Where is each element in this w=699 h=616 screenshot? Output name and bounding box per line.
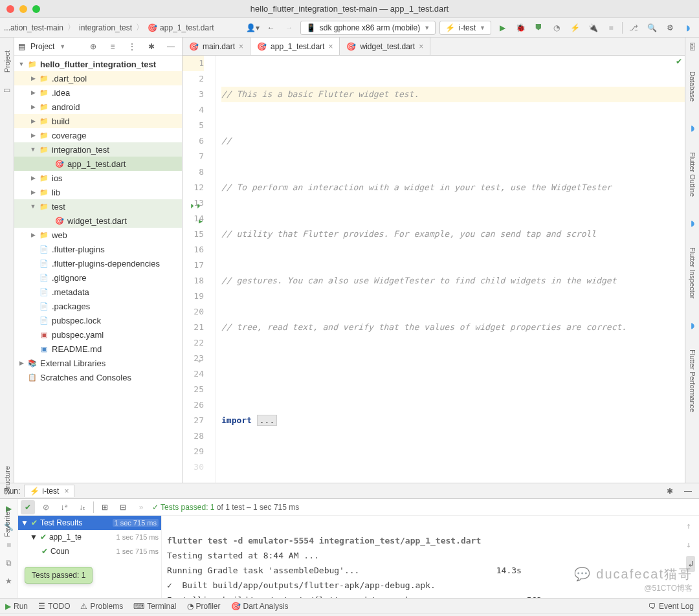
run-tab[interactable]: ⚡i-test×: [24, 485, 74, 497]
tree-folder-integration-test[interactable]: ▼📁integration_test: [14, 142, 182, 157]
project-panel-title[interactable]: Project: [30, 42, 54, 51]
tree-file-app1test[interactable]: 🎯app_1_test.dart: [14, 157, 182, 171]
sort-time-icon[interactable]: ↓ₜ: [75, 500, 89, 514]
arrow-up-icon[interactable]: ↑: [686, 518, 695, 533]
flutter-icon[interactable]: ◗: [691, 321, 694, 330]
expand-all-icon[interactable]: ⊞: [98, 500, 112, 514]
tree-file[interactable]: 📄.gitignore: [14, 270, 182, 285]
gear-icon[interactable]: ✱: [144, 39, 159, 54]
tree-file[interactable]: ▣README.md: [14, 342, 182, 356]
tree-external-libs[interactable]: ▶📚External Libraries: [14, 356, 182, 370]
rail-database[interactable]: Database: [689, 71, 696, 102]
search-icon[interactable]: 🔍: [645, 21, 659, 35]
coverage-icon[interactable]: ⛊: [531, 21, 546, 35]
tree-scratches[interactable]: 📋Scratches and Consoles: [14, 370, 182, 384]
collapse-all-icon[interactable]: ⊟: [116, 500, 130, 514]
tree-file[interactable]: 📄.metadata: [14, 285, 182, 299]
star-icon[interactable]: ★: [2, 574, 16, 588]
rail-flutter-performance[interactable]: Flutter Performance: [689, 349, 696, 412]
hide-icon[interactable]: —: [681, 484, 695, 498]
flutter-icon[interactable]: ◗: [691, 219, 694, 228]
code-area[interactable]: // This is a basic Flutter widget test. …: [216, 56, 685, 483]
breadcrumb-root[interactable]: ...ation_test-main: [4, 23, 63, 32]
tree-folder-test[interactable]: ▼📁test: [14, 199, 182, 214]
bottom-run[interactable]: ▶Run: [5, 602, 28, 611]
tree-folder[interactable]: ▶📁.dart_tool: [14, 71, 182, 85]
chevron-down-icon: ▼: [424, 25, 430, 31]
divider: [622, 22, 623, 34]
rail-project[interactable]: Project: [3, 50, 11, 72]
database-icon[interactable]: 🗄: [689, 43, 696, 52]
editor-body[interactable]: 1 2 3 4 5 6 7 8 12 13⏵⏵ 14▶ 15 16 17 18 …: [183, 56, 685, 483]
locate-icon[interactable]: ⊕: [86, 39, 100, 54]
bottom-problems[interactable]: ⚠Problems: [80, 602, 123, 611]
tab-main-dart[interactable]: 🎯main.dart×: [183, 38, 250, 55]
debug-icon[interactable]: 🐞: [513, 21, 527, 35]
rail-favorites[interactable]: Favorites: [3, 508, 11, 537]
tree-file[interactable]: 📄.packages: [14, 299, 182, 313]
rail-flutter-outline[interactable]: Flutter Outline: [689, 152, 696, 197]
close-icon[interactable]: ×: [64, 487, 69, 496]
vcs-icon[interactable]: ⎇: [627, 21, 641, 35]
close-icon[interactable]: ×: [239, 42, 243, 51]
rail-flutter-inspector[interactable]: Flutter Inspector: [689, 247, 696, 298]
flutter-icon[interactable]: ◗: [691, 124, 694, 133]
bottom-profiler[interactable]: ◔Profiler: [187, 602, 221, 611]
run-console[interactable]: flutter test -d emulator-5554 integratio…: [162, 516, 699, 598]
tab-widgettest[interactable]: 🎯widget_test.dart×: [340, 38, 430, 55]
collapse-icon[interactable]: ⋮: [125, 39, 139, 54]
arrow-down-icon[interactable]: ↓: [686, 537, 695, 552]
test-results-tree[interactable]: ▼✔Test Results1 sec 715 ms ▼✔app_1_te1 s…: [18, 516, 162, 598]
back-icon[interactable]: ←: [264, 21, 278, 35]
cross-filter-icon[interactable]: ⊘: [39, 500, 53, 514]
close-icon[interactable]: ×: [419, 42, 423, 51]
run-config-label: i-test: [459, 23, 476, 32]
gear-icon[interactable]: ✱: [663, 484, 677, 498]
check-status-icon[interactable]: ✔: [676, 57, 682, 66]
rail-structure[interactable]: Structure: [3, 466, 11, 495]
pin-icon[interactable]: ⧉: [2, 556, 16, 570]
profile-icon[interactable]: ◔: [549, 21, 564, 35]
tree-folder[interactable]: ▶📁.idea: [14, 85, 182, 100]
bottom-terminal[interactable]: ⌨Terminal: [133, 602, 176, 611]
tree-file-widgettest[interactable]: 🎯widget_test.dart: [14, 214, 182, 228]
bottom-dart-analysis[interactable]: 🎯Dart Analysis: [231, 602, 289, 611]
check-filter-icon[interactable]: ✔: [21, 500, 35, 514]
user-icon[interactable]: 👤▾: [246, 21, 260, 35]
project-tree[interactable]: ▼📁hello_flutter_integration_test ▶📁.dart…: [14, 56, 182, 386]
run-icon[interactable]: ▶: [495, 21, 509, 35]
sort-icon[interactable]: ↓ᵃ: [57, 500, 71, 514]
hide-icon[interactable]: —: [164, 39, 178, 54]
tree-root[interactable]: ▼📁hello_flutter_integration_test: [14, 57, 182, 71]
tree-folder[interactable]: ▶📁coverage: [14, 128, 182, 142]
flutter-logo-icon[interactable]: ◗: [681, 21, 695, 35]
tree-folder[interactable]: ▶📁ios: [14, 171, 182, 185]
test-tree-root[interactable]: ▼✔Test Results1 sec 715 ms: [18, 516, 161, 530]
run-config-selector[interactable]: ⚡ i-test ▼: [439, 21, 491, 35]
next-icon[interactable]: »: [134, 500, 148, 514]
device-selector[interactable]: 📱 sdk gphone x86 arm (mobile) ▼: [300, 21, 436, 35]
breadcrumb-folder[interactable]: integration_test: [79, 23, 132, 32]
tree-file[interactable]: 📄pubspec.lock: [14, 313, 182, 327]
bookmark-icon[interactable]: ▭: [3, 85, 10, 94]
chevron-down-icon[interactable]: ▼: [60, 43, 65, 50]
tree-file[interactable]: 📄.flutter-plugins: [14, 242, 182, 256]
test-tree-case[interactable]: ✔Coun1 sec 715 ms: [18, 544, 161, 558]
tree-file[interactable]: ▣pubspec.yaml: [14, 327, 182, 342]
test-tree-suite[interactable]: ▼✔app_1_te1 sec 715 ms: [18, 530, 161, 544]
attach-icon[interactable]: 🔌: [586, 21, 600, 35]
tree-folder[interactable]: ▶📁android: [14, 100, 182, 114]
tree-file[interactable]: 📄.flutter-plugins-dependencies: [14, 256, 182, 270]
right-tool-rail: 🗄 Database ◗ Flutter Outline ◗ Flutter I…: [685, 38, 699, 483]
tree-folder[interactable]: ▶📁lib: [14, 185, 182, 199]
close-icon[interactable]: ×: [328, 42, 333, 51]
tree-folder[interactable]: ▶📁build: [14, 114, 182, 128]
tab-app1test[interactable]: 🎯app_1_test.dart×: [250, 38, 340, 55]
tree-folder[interactable]: ▶📁web: [14, 228, 182, 242]
breadcrumb-file[interactable]: app_1_test.dart: [160, 23, 214, 32]
expand-icon[interactable]: ≡: [105, 39, 120, 54]
wrap-icon[interactable]: ↲: [686, 556, 695, 572]
bottom-event-log[interactable]: 🗨Event Log: [649, 602, 694, 611]
bottom-todo[interactable]: ☰TODO: [38, 602, 70, 611]
settings-icon[interactable]: ⚙: [663, 21, 677, 35]
